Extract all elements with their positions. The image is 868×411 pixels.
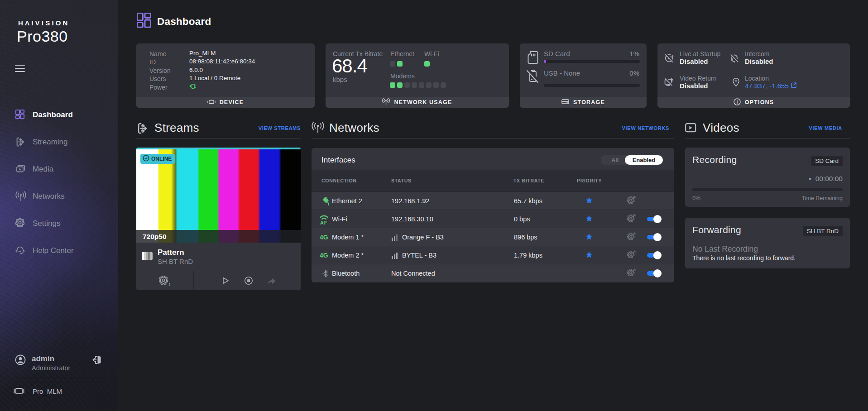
svg-text:AP: AP [320,220,327,225]
svg-text:1: 1 [168,282,171,287]
